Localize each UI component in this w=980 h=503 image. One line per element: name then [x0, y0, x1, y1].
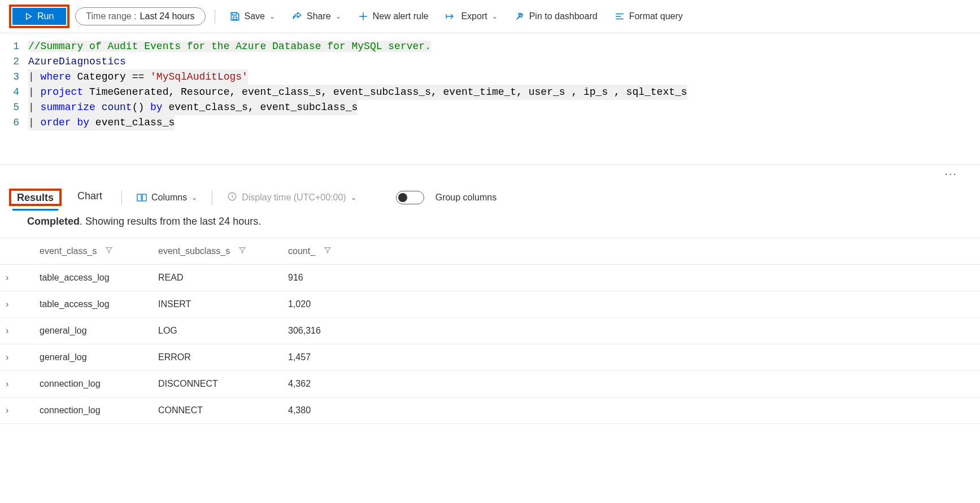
chevron-down-icon: ⌄: [191, 194, 197, 202]
time-range-value: Last 24 hours: [140, 11, 195, 21]
filter-icon[interactable]: [238, 246, 246, 256]
table-row[interactable]: › table_access_log READ 916: [0, 265, 980, 291]
table-row[interactable]: › general_log LOG 306,316: [0, 318, 980, 344]
cell-event-class: connection_log: [34, 371, 153, 397]
expand-row-icon[interactable]: ›: [0, 318, 34, 344]
run-button-highlight: Run: [9, 5, 69, 28]
group-columns-label: Group columns: [435, 193, 497, 203]
play-icon: [25, 12, 33, 20]
cell-count: 4,362: [282, 371, 980, 397]
query-toolbar: Run Time range : Last 24 hours Save ⌄ Sh…: [0, 0, 980, 33]
clock-icon: [227, 191, 237, 204]
expand-row-icon[interactable]: ›: [0, 291, 34, 318]
query-status: Completed. Showing results from the last…: [0, 208, 980, 238]
cell-count: 1,457: [282, 344, 980, 371]
format-label: Format query: [629, 11, 683, 21]
share-button[interactable]: Share ⌄: [286, 8, 347, 25]
new-alert-button[interactable]: New alert rule: [352, 8, 434, 25]
pin-label: Pin to dashboard: [529, 11, 598, 21]
format-query-button[interactable]: Format query: [609, 8, 689, 25]
new-alert-label: New alert rule: [373, 11, 429, 21]
divider: [121, 190, 122, 205]
code-comment: //Summary of Audit Events for the Azure …: [28, 41, 431, 52]
cell-event-subclass: CONNECT: [153, 397, 282, 424]
results-table: event_class_s event_subclass_s count_ ›: [0, 238, 980, 424]
column-header-count[interactable]: count_: [282, 238, 980, 265]
time-range-label: Time range :: [86, 11, 136, 21]
format-icon: [615, 11, 625, 21]
line-number: 2: [0, 54, 28, 69]
line-number: 5: [0, 100, 28, 115]
pin-icon: [515, 11, 525, 21]
table-row[interactable]: › general_log ERROR 1,457: [0, 344, 980, 371]
export-icon: [445, 12, 456, 21]
export-label: Export: [461, 11, 487, 21]
export-button[interactable]: Export ⌄: [439, 8, 503, 25]
table-row[interactable]: › connection_log DISCONNECT 4,362: [0, 371, 980, 397]
chevron-down-icon: ⌄: [492, 12, 498, 20]
status-rest: . Showing results from the last 24 hours…: [80, 216, 261, 227]
cell-event-class: table_access_log: [34, 291, 153, 318]
filter-icon[interactable]: [324, 246, 332, 256]
status-completed: Completed: [27, 216, 80, 227]
chevron-down-icon: ⌄: [336, 12, 341, 20]
display-time-label: Display time (UTC+00:00): [242, 193, 346, 203]
expand-row-icon[interactable]: ›: [0, 397, 34, 424]
line-number: 3: [0, 69, 28, 85]
expand-row-icon[interactable]: ›: [0, 344, 34, 371]
columns-icon: [137, 193, 147, 202]
columns-label: Columns: [151, 193, 187, 203]
cell-count: 1,020: [282, 291, 980, 318]
display-time-button: Display time (UTC+00:00) ⌄: [227, 191, 356, 204]
results-toolbar: Results Chart Columns ⌄ Display time (UT…: [0, 182, 980, 208]
cell-event-subclass: INSERT: [153, 291, 282, 318]
chevron-down-icon: ⌄: [269, 12, 275, 20]
cell-event-class: general_log: [34, 344, 153, 371]
columns-button[interactable]: Columns ⌄: [137, 193, 197, 203]
more-menu[interactable]: ···: [0, 165, 980, 182]
plus-icon: [358, 11, 368, 21]
save-button[interactable]: Save ⌄: [224, 8, 281, 25]
line-number: 4: [0, 85, 28, 100]
tab-results[interactable]: Results: [12, 189, 58, 211]
cell-count: 4,380: [282, 397, 980, 424]
save-label: Save: [245, 11, 265, 21]
code-identifier: AzureDiagnostics: [28, 56, 126, 67]
run-button-label: Run: [37, 11, 54, 21]
cell-event-subclass: READ: [153, 265, 282, 291]
line-number: 6: [0, 115, 28, 130]
expand-row-icon[interactable]: ›: [0, 371, 34, 397]
table-row[interactable]: › connection_log CONNECT 4,380: [0, 397, 980, 424]
results-tab-highlight: Results: [9, 189, 62, 206]
group-columns-toggle[interactable]: [396, 191, 424, 204]
chevron-down-icon: ⌄: [351, 194, 356, 202]
filter-icon[interactable]: [105, 246, 113, 256]
column-header-event-class[interactable]: event_class_s: [34, 238, 153, 265]
cell-event-class: connection_log: [34, 397, 153, 424]
share-label: Share: [307, 11, 331, 21]
line-number: 1: [0, 39, 28, 54]
run-button[interactable]: Run: [12, 8, 66, 25]
divider: [212, 190, 212, 205]
cell-event-subclass: DISCONNECT: [153, 371, 282, 397]
divider: [215, 10, 215, 23]
query-editor[interactable]: 1 //Summary of Audit Events for the Azur…: [0, 33, 980, 165]
tab-chart[interactable]: Chart: [73, 187, 107, 208]
pin-button[interactable]: Pin to dashboard: [509, 8, 603, 25]
cell-event-class: general_log: [34, 318, 153, 344]
expand-row-icon[interactable]: ›: [0, 265, 34, 291]
table-row[interactable]: › table_access_log INSERT 1,020: [0, 291, 980, 318]
share-icon: [292, 11, 302, 21]
cell-event-subclass: ERROR: [153, 344, 282, 371]
cell-event-class: table_access_log: [34, 265, 153, 291]
column-header-event-subclass[interactable]: event_subclass_s: [153, 238, 282, 265]
cell-count: 916: [282, 265, 980, 291]
cell-count: 306,316: [282, 318, 980, 344]
save-icon: [230, 11, 240, 21]
svg-rect-0: [137, 194, 141, 201]
cell-event-subclass: LOG: [153, 318, 282, 344]
time-range-picker[interactable]: Time range : Last 24 hours: [75, 7, 205, 25]
svg-rect-1: [142, 194, 146, 201]
